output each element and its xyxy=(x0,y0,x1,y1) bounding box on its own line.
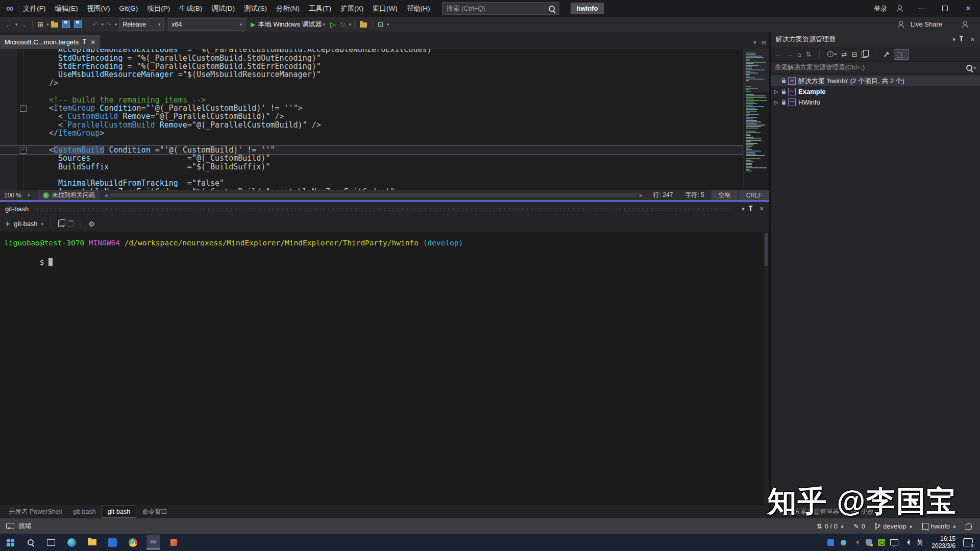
menu-item-8[interactable]: 分析(N) xyxy=(272,0,304,17)
taskbar-search-button[interactable] xyxy=(24,536,37,549)
tray-cyan-icon[interactable] xyxy=(839,538,847,546)
zoom-select[interactable]: 100 %▾ xyxy=(0,190,38,200)
solution-explorer-header[interactable]: 解决方案资源管理器 ▾ ✕ xyxy=(771,32,980,47)
menu-item-4[interactable]: 项目(P) xyxy=(142,0,175,17)
open-folder-icon[interactable] xyxy=(51,21,58,28)
collapse-all-icon[interactable]: ⊟ xyxy=(851,51,857,58)
menu-item-12[interactable]: 帮助(H) xyxy=(402,0,435,17)
small-app-taskbar-icon[interactable] xyxy=(167,536,180,549)
action-center-icon[interactable] xyxy=(963,538,973,546)
menu-item-6[interactable]: 调试(D) xyxy=(207,0,239,17)
feedback-icon[interactable] xyxy=(6,523,14,529)
find-in-files-icon[interactable] xyxy=(360,21,367,28)
menu-item-3[interactable]: Git(G) xyxy=(115,0,143,17)
navigate-forward-icon[interactable]: → xyxy=(20,20,27,29)
properties-wrench-icon[interactable] xyxy=(883,51,889,57)
platform-select[interactable]: x64▾ xyxy=(168,18,246,31)
terminal-output[interactable]: liguobao@test-3070 MINGW64 /d/workspace/… xyxy=(0,232,769,505)
menu-item-9[interactable]: 工具(T) xyxy=(304,0,336,17)
tray-audio-alert-icon[interactable] xyxy=(852,538,860,546)
terminal-settings-gear-icon[interactable]: ⚙ xyxy=(88,220,95,228)
panel-drag-grip[interactable] xyxy=(34,208,731,212)
app-taskbar-icon[interactable] xyxy=(106,536,119,549)
se-forward-icon[interactable]: → xyxy=(786,51,793,58)
se-pin-icon[interactable] xyxy=(961,37,962,41)
home-icon[interactable]: ⌂ xyxy=(797,51,801,58)
sync-commits-button[interactable]: ⇅0 / 0▲ xyxy=(817,522,844,530)
configuration-select[interactable]: Release▾ xyxy=(119,18,164,31)
cursor-line-indicator[interactable]: 行: 247 xyxy=(647,190,679,200)
redo-dropdown[interactable]: ▾ xyxy=(115,22,117,27)
ime-language-indicator[interactable]: 英 xyxy=(916,538,924,546)
visual-studio-taskbar-icon[interactable]: ∞ xyxy=(146,535,160,549)
scroll-track[interactable] xyxy=(110,193,638,197)
quick-search-input[interactable]: 搜索 (Ctrl+Q) xyxy=(442,2,559,15)
document-health-indicator[interactable]: ✓ 未找到相关问题 xyxy=(38,190,100,200)
tree-item-hwinfo[interactable]: ▷++HWinfo xyxy=(771,97,980,108)
navigate-back-dropdown[interactable]: ▾ xyxy=(15,22,18,27)
attach-dropdown[interactable]: ▾ xyxy=(349,22,352,27)
indentation-indicator[interactable]: 空格 xyxy=(712,190,738,200)
current-repository-button[interactable]: hwinfo▲ xyxy=(922,522,957,530)
switch-views-icon[interactable]: ⇄ xyxy=(841,51,847,58)
redo-icon[interactable]: ↷ xyxy=(106,20,112,29)
current-branch-button[interactable]: develop▲ xyxy=(874,522,913,530)
solution-name-badge[interactable]: hwinfo xyxy=(571,3,604,14)
start-debugging-button[interactable]: ▶ 本地 Windows 调试器 ▾ xyxy=(251,20,325,29)
scroll-left-icon[interactable]: ◀ xyxy=(102,193,110,198)
close-button[interactable]: ✕ xyxy=(957,0,980,17)
toolbar-overflow[interactable]: ▾ xyxy=(387,22,389,27)
panel-tab-0[interactable]: 开发者 PowerShell xyxy=(3,506,67,518)
solution-explorer-search-input[interactable]: 搜索解决方案资源管理器(Ctrl+;) ▾ xyxy=(771,61,980,74)
pending-changes-filter-icon[interactable]: ▾ xyxy=(827,51,837,57)
new-project-icon[interactable]: ⊞ xyxy=(38,20,44,29)
horizontal-scrollbar[interactable]: ◀ ▶ xyxy=(102,192,645,198)
live-share-button[interactable]: Live Share xyxy=(911,20,942,28)
panel-tab-3[interactable]: 命令窗口 xyxy=(136,506,173,518)
add-collaborator-icon[interactable] xyxy=(962,21,969,28)
undo-dropdown[interactable]: ▾ xyxy=(102,22,104,27)
se-close-icon[interactable]: ✕ xyxy=(970,36,975,43)
save-all-icon[interactable] xyxy=(74,20,82,28)
start-without-debugging-icon[interactable]: ▷ xyxy=(330,20,336,29)
chrome-taskbar-icon[interactable] xyxy=(126,536,139,549)
code-editor[interactable]: AcceptableNonZeroExitCodes = "%(_Paralle… xyxy=(0,49,769,190)
start-button[interactable] xyxy=(4,536,17,549)
save-icon[interactable] xyxy=(62,20,70,28)
menu-item-1[interactable]: 编辑(E) xyxy=(51,0,83,17)
copy-icon[interactable] xyxy=(58,220,64,227)
minimap-scrollbar[interactable] xyxy=(743,49,769,190)
task-view-button[interactable] xyxy=(44,536,58,549)
scroll-right-icon[interactable]: ▶ xyxy=(638,193,645,198)
tree-item-solution[interactable]: ∞解决方案 'hwinfo' (2 个项目, 共 2 个) xyxy=(771,76,980,86)
menu-item-5[interactable]: 生成(B) xyxy=(175,0,207,17)
fold-collapse-icon[interactable]: − xyxy=(20,147,27,154)
panel-tab-1[interactable]: git-bash xyxy=(67,506,101,517)
notifications-bell-icon[interactable] xyxy=(966,523,972,529)
minimize-button[interactable]: — xyxy=(910,0,933,17)
solution-explorer-sync-icon[interactable]: ⊡ xyxy=(378,20,384,29)
tab-close-icon[interactable]: ✕ xyxy=(90,39,95,46)
properties-window-icon[interactable] xyxy=(862,51,867,58)
undo-icon[interactable]: ↶ xyxy=(92,20,99,29)
new-project-dropdown[interactable]: ▾ xyxy=(46,22,49,27)
tree-item-example[interactable]: ▷++Example xyxy=(771,86,980,97)
panel-tab-2[interactable]: git-bash xyxy=(102,506,136,518)
nvidia-icon[interactable] xyxy=(877,538,886,546)
terminal-panel-header[interactable]: git-bash ▾ ✕ xyxy=(0,202,769,216)
sync-with-active-document-icon[interactable]: ⇅ xyxy=(806,51,812,58)
shell-selector[interactable]: git-bash▾ xyxy=(14,220,43,228)
menu-item-11[interactable]: 窗口(W) xyxy=(368,0,402,17)
show-all-files-icon[interactable]: ⬚_ xyxy=(894,49,909,60)
attach-icon[interactable]: ↻ xyxy=(340,20,346,29)
paste-icon[interactable] xyxy=(68,220,74,227)
se-back-icon[interactable]: ← xyxy=(775,51,781,58)
pin-icon[interactable] xyxy=(84,40,85,44)
defender-shield-icon[interactable] xyxy=(865,538,873,546)
edge-taskbar-icon[interactable] xyxy=(65,536,78,549)
sign-in-button[interactable]: 登录 xyxy=(871,4,890,13)
menu-item-7[interactable]: 测试(S) xyxy=(239,0,272,17)
menu-item-0[interactable]: 文件(F) xyxy=(18,0,50,17)
se-dropdown-icon[interactable]: ▾ xyxy=(952,36,955,43)
new-terminal-icon[interactable]: + xyxy=(5,219,10,229)
